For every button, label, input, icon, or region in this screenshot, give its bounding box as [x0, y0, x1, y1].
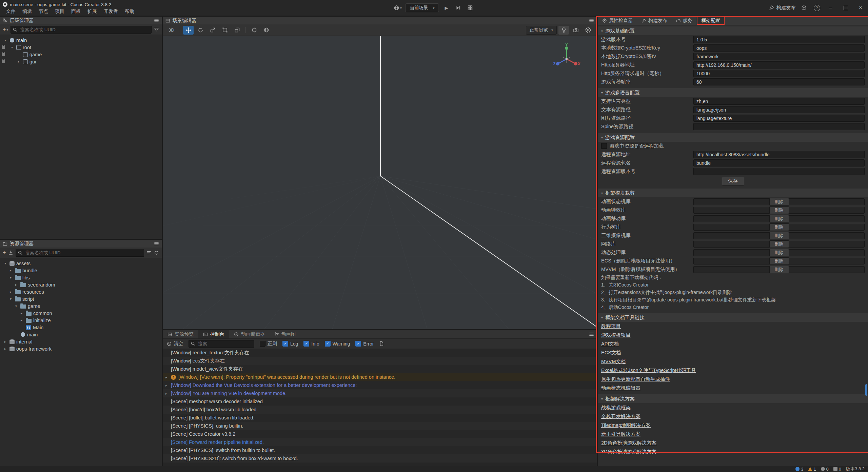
console-log-row[interactable]: [Scene] [PHYSICS2D]: switch from box2d-w… [163, 454, 597, 463]
expand-arrow-icon[interactable]: ▾ [8, 297, 13, 301]
doc-link[interactable]: Excel格式转Json文件与TypeScript代码工具 [601, 367, 696, 374]
config-input[interactable] [693, 98, 865, 105]
expand-arrow-icon[interactable]: ▾ [3, 38, 8, 42]
console-log-row[interactable]: ▸ [Window] Download the Vue Devtools ext… [163, 381, 597, 389]
rect-tool-button[interactable] [220, 26, 230, 35]
panel-menu-icon[interactable] [589, 18, 594, 23]
config-section-header[interactable]: ▾ 游戏多语言配置 [598, 88, 868, 97]
assets-search-box[interactable] [16, 249, 144, 257]
config-section-header[interactable]: ▾ 框架解决方案 [598, 394, 868, 403]
doc-link[interactable]: MVVM文档 [601, 358, 626, 365]
config-input[interactable] [693, 70, 865, 77]
help-icon[interactable]: ? [812, 3, 821, 12]
menu-extension[interactable]: 扩展 [84, 8, 100, 15]
play-button[interactable]: ▶ [442, 3, 451, 12]
scale-tool-button[interactable] [208, 26, 218, 35]
config-input[interactable] [693, 61, 865, 68]
config-input[interactable] [693, 36, 865, 43]
doc-link[interactable]: 新手引导解决方案 [601, 431, 640, 437]
doc-link[interactable]: Tiledmap地图解决方案 [601, 422, 651, 429]
delete-button[interactable]: 删除 [769, 206, 789, 214]
expand-arrow-icon[interactable]: ▸ [3, 347, 8, 351]
refresh-icon[interactable] [154, 250, 159, 255]
tree-node[interactable]: ▸ internal [0, 338, 162, 345]
expand-arrow-icon[interactable]: ▸ [14, 283, 19, 287]
expand-arrow-icon[interactable]: ▸ [19, 311, 24, 315]
regex-toggle[interactable]: 正则 [260, 341, 277, 347]
tab-asset-preview[interactable]: 资源预览 [163, 330, 198, 338]
console-log-row[interactable]: [Window] render_texture文件夹存在 [163, 349, 597, 357]
info-checkbox[interactable]: ✓ [303, 341, 309, 347]
delete-button[interactable]: 删除 [769, 232, 789, 239]
console-log-row[interactable]: [Scene] [bullet]:bullet wasm lib loaded. [163, 414, 597, 422]
log-count-badge[interactable]: 3 [795, 467, 803, 472]
menu-file[interactable]: 文件 [3, 8, 19, 15]
expand-arrow-icon[interactable]: ▾ [9, 45, 15, 49]
menu-project[interactable]: 项目 [52, 8, 68, 15]
hierarchy-search-box[interactable] [11, 26, 152, 34]
expand-arrow-icon[interactable]: ▾ [3, 261, 8, 265]
menu-help[interactable]: 帮助 [121, 8, 138, 15]
clear-console-button[interactable]: 清空 [167, 341, 183, 347]
expand-arrow-icon[interactable]: ▸ [8, 269, 13, 272]
doc-link[interactable]: 3D角色扮演游戏解决方案 [601, 449, 657, 455]
tab-property-inspector[interactable]: 属性检查器 [598, 17, 637, 25]
expand-arrow-icon[interactable]: ▾ [8, 276, 13, 279]
rotate-tool-button[interactable] [195, 26, 206, 35]
move-tool-button[interactable] [183, 26, 194, 35]
doc-link[interactable]: API文档 [601, 341, 619, 347]
package-manager-icon[interactable] [800, 3, 808, 12]
tab-animation-editor[interactable]: 动画编辑器 [229, 330, 270, 338]
create-asset-button[interactable]: + [3, 250, 6, 256]
log-expand-arrow-icon[interactable]: ▸ [165, 392, 171, 395]
tree-node[interactable]: ▸ resources [0, 288, 162, 295]
config-input[interactable] [693, 151, 865, 158]
log-file-icon[interactable] [379, 341, 384, 346]
tree-node[interactable]: ▸ initialize [0, 317, 162, 324]
config-input[interactable] [693, 115, 865, 122]
scene-selector-dropdown[interactable]: 当前场景 ▾ [405, 3, 439, 12]
step-button[interactable] [454, 3, 463, 12]
view-gizmo[interactable]: Y X Z [552, 43, 581, 73]
warning-count-badge[interactable]: 1 [808, 467, 816, 472]
filter-info-toggle[interactable]: ✓ Info [303, 341, 319, 347]
doc-link[interactable]: 原生包热更新配置自动生成插件 [601, 376, 670, 382]
log-expand-arrow-icon[interactable]: ▸ [165, 375, 171, 379]
config-section-header[interactable]: ▾ 框架文档工具链接 [598, 313, 868, 322]
scene-settings-button[interactable] [583, 26, 593, 35]
scrollbar-thumb[interactable] [865, 384, 867, 396]
delete-button[interactable]: 删除 [769, 249, 789, 256]
doc-link[interactable]: 教程项目 [601, 323, 621, 330]
console-log-row[interactable]: [Scene] Forward render pipeline initiali… [163, 438, 597, 446]
tree-node[interactable]: ▸ seedrandom [0, 281, 162, 288]
tree-node[interactable]: ▾ main [0, 37, 162, 44]
view-mode-dropdown[interactable]: 正常浏览 ▾ [526, 26, 557, 35]
pivot-toggle-button[interactable] [249, 26, 259, 35]
config-input[interactable] [693, 168, 865, 175]
import-icon[interactable] [8, 250, 13, 255]
panel-menu-icon[interactable] [154, 18, 159, 23]
console-log-row[interactable]: [Scene] [PHYSICS]: using builtin. [163, 422, 597, 430]
panel-menu-icon[interactable] [154, 241, 159, 246]
delete-button[interactable]: 删除 [769, 257, 789, 265]
tab-service[interactable]: 服务 [672, 17, 697, 25]
lock-icon[interactable] [2, 46, 5, 49]
build-publish-button[interactable]: 构建发布 [769, 5, 795, 11]
console-log-row[interactable]: ▸ [Window] You are running Vue in develo… [163, 389, 597, 397]
scrollbar[interactable] [865, 25, 867, 466]
error-count-badge[interactable]: 0 [821, 467, 829, 472]
tree-node[interactable]: ▸ common [0, 310, 162, 317]
menu-developer[interactable]: 开发者 [100, 8, 121, 15]
tree-node[interactable]: ▾ script [0, 295, 162, 302]
layout-grid-button[interactable] [466, 3, 475, 12]
doc-link[interactable]: 2D角色扮演游戏解决方案 [601, 440, 657, 446]
delete-button[interactable]: 删除 [769, 266, 789, 273]
config-input[interactable] [693, 78, 865, 85]
mode-3d-button[interactable]: 3D [166, 26, 177, 35]
menu-edit[interactable]: 编辑 [19, 8, 35, 15]
menu-panel[interactable]: 面板 [68, 8, 84, 15]
console-search-input[interactable] [197, 341, 252, 347]
task-count-badge[interactable]: 0 [833, 467, 841, 472]
config-input[interactable] [693, 44, 865, 52]
delete-button[interactable]: 删除 [769, 240, 789, 248]
